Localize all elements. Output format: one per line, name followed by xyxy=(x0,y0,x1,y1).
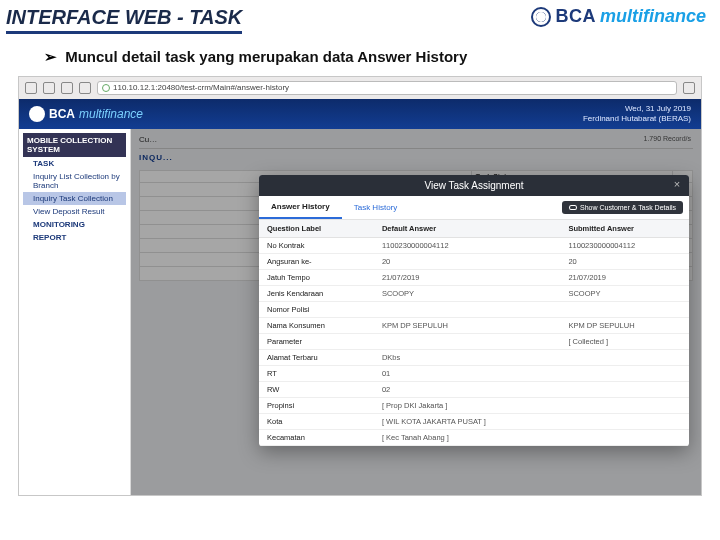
app-user: Ferdinand Hutabarat (BERAS) xyxy=(583,114,691,124)
table-row: Parameter[ Collected ] xyxy=(259,334,689,350)
table-row: Kota[ WIL KOTA JAKARTA PUSAT ] xyxy=(259,414,689,430)
app-date: Wed, 31 July 2019 xyxy=(583,104,691,114)
sidebar-item-inquiry-task[interactable]: Inquiry Task Collection xyxy=(23,192,126,205)
bullet-arrow-icon: ➢ xyxy=(44,48,57,65)
table-row: Nomor Polisi xyxy=(259,302,689,318)
url-bar[interactable]: 110.10.12.1:20480/test-crm/Main#/answer-… xyxy=(97,81,677,95)
bullet-line: ➢ Muncul detail task yang merupakan data… xyxy=(44,48,720,66)
bca-logo-icon xyxy=(531,7,551,27)
table-row: Jatuh Tempo21/07/201921/07/2019 xyxy=(259,270,689,286)
info-icon xyxy=(102,84,110,92)
browser-toolbar: 110.10.12.1:20480/test-crm/Main#/answer-… xyxy=(19,77,701,99)
show-customer-details-button[interactable]: Show Customer & Task Details xyxy=(562,201,683,214)
col-default-answer: Default Answer xyxy=(374,220,561,238)
table-row: Jenis KendaraanSCOOPYSCOOPY xyxy=(259,286,689,302)
close-icon[interactable]: × xyxy=(671,178,683,190)
col-question-label: Question Label xyxy=(259,220,374,238)
sidebar-item-monitoring[interactable]: MONITORING xyxy=(23,218,126,231)
screenshot-frame: 110.10.12.1:20480/test-crm/Main#/answer-… xyxy=(18,76,702,496)
eye-icon xyxy=(569,205,577,210)
modal-title: View Task Assignment xyxy=(424,180,523,191)
table-row: RW02 xyxy=(259,382,689,398)
sidebar: MOBILE COLLECTION SYSTEM TASK Inquiry Li… xyxy=(19,129,131,495)
forward-button[interactable] xyxy=(43,82,55,94)
menu-button[interactable] xyxy=(683,82,695,94)
table-row: Propinsi[ Prop DKI Jakarta ] xyxy=(259,398,689,414)
sidebar-item-view-deposit[interactable]: View Deposit Result xyxy=(23,205,126,218)
sidebar-item-report[interactable]: REPORT xyxy=(23,231,126,244)
reload-button[interactable] xyxy=(61,82,73,94)
brand-logo-block: BCAmultifinance xyxy=(531,6,706,27)
bullet-text: Muncul detail task yang merupakan data A… xyxy=(65,48,467,65)
tab-answer-history[interactable]: Answer History xyxy=(259,196,342,219)
slide-title: INTERFACE WEB - TASK xyxy=(6,6,242,34)
main-area: Cu… INQU... 1.790 Record/s Task Status P… xyxy=(131,129,701,495)
table-row: Alamat TerbaruDKbs xyxy=(259,350,689,366)
home-button[interactable] xyxy=(79,82,91,94)
table-row: Nama KonsumenKPM DP SEPULUHKPM DP SEPULU… xyxy=(259,318,689,334)
app-topbar: BCAmultifinance Wed, 31 July 2019 Ferdin… xyxy=(19,99,701,129)
table-row: RT01 xyxy=(259,366,689,382)
sidebar-item-inquiry-branch[interactable]: Inquiry List Collection by Branch xyxy=(23,170,126,192)
app-brand-bca: BCA xyxy=(49,107,75,121)
table-row: Angsuran ke-2020 xyxy=(259,254,689,270)
brand-bca-text: BCA xyxy=(555,6,596,27)
url-text: 110.10.12.1:20480/test-crm/Main#/answer-… xyxy=(113,82,289,94)
table-row: No Kontrak110023000000411211002300000041… xyxy=(259,238,689,254)
sidebar-header: MOBILE COLLECTION SYSTEM xyxy=(23,133,126,157)
view-task-modal: View Task Assignment × Answer History Ta… xyxy=(259,175,689,446)
col-submitted-answer: Submitted Answer xyxy=(560,220,689,238)
table-row: Kecamatan[ Kec Tanah Abang ] xyxy=(259,430,689,446)
tab-task-history[interactable]: Task History xyxy=(342,197,410,218)
brand-mf-text: multifinance xyxy=(600,6,706,27)
app-brand-mf: multifinance xyxy=(79,107,143,121)
sidebar-item-task[interactable]: TASK xyxy=(23,157,126,170)
back-button[interactable] xyxy=(25,82,37,94)
show-details-label: Show Customer & Task Details xyxy=(580,204,676,211)
answer-history-table: Question Label Default Answer Submitted … xyxy=(259,220,689,446)
app-logo-icon xyxy=(29,106,45,122)
